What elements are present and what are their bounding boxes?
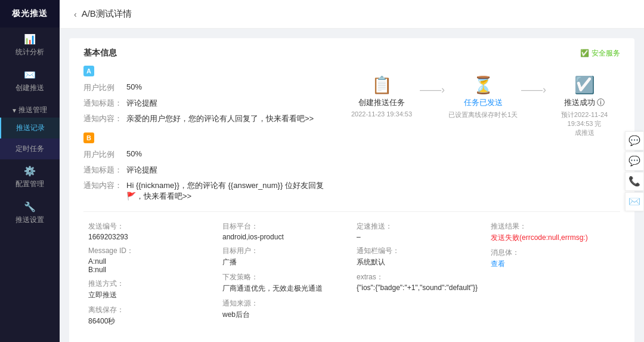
detail-col-1: 发送编号： 1669203293 Message ID： A:nullB:nul…	[83, 219, 218, 334]
step-2-label: 任务已发送	[464, 97, 503, 108]
back-icon: ‹	[74, 10, 77, 19]
strategy-field: 下发策略： 厂商通道优先，无效走极光通道	[222, 272, 347, 294]
speed-field: 定速推送： –	[357, 221, 481, 241]
timeline-step-1: 📋 创建推送任务 2022-11-23 19:34:53	[346, 75, 417, 118]
source-field: 通知来源： web后台	[222, 298, 347, 320]
step-3-desc: 预计2022-11-24 19:34:53 完成推送	[549, 110, 620, 137]
sidebar-item-config[interactable]: ⚙️ 配置管理	[0, 159, 60, 195]
detail-fields: 发送编号： 1669203293 Message ID： A:nullB:nul…	[83, 211, 620, 334]
timeline: 📋 创建推送任务 2022-11-23 19:34:53 ——› ⏳ 任务已发送…	[346, 70, 620, 197]
group-a-content-label: 通知内容：	[83, 113, 126, 124]
notify-id-field: 通知栏编号： 系统默认	[357, 246, 481, 267]
message-body-link[interactable]: 查看	[491, 259, 615, 269]
send-number-field: 发送编号： 1669203293	[88, 221, 213, 241]
sidebar-sub-item-records[interactable]: 推送记录	[0, 118, 60, 138]
group-b-title-label: 通知标题：	[83, 165, 126, 175]
group-b-content-value: Hi {{nickname}}，您的评论有 {{answer_num}} 位好友…	[126, 180, 332, 202]
ab-groups-area: A 用户比例 50% 通知标题： 评论提醒 通知内容： 亲爱的用户您好，您的评论…	[83, 66, 620, 204]
group-a: A 用户比例 50% 通知标题： 评论提醒 通知内容： 亲爱的用户您好，您的评论…	[83, 66, 332, 127]
message-id-value: A:nullB:null	[88, 257, 213, 274]
target-platform-value: android,ios-product	[222, 233, 347, 241]
create-icon: ✉️	[24, 69, 36, 81]
main-content: ‹ A/B测试详情 基本信息 ✅ 安全服务 A	[60, 0, 644, 342]
target-user-field: 目标用户： 广播	[222, 246, 347, 267]
notify-id-label: 通知栏编号：	[357, 246, 481, 256]
basic-info-card: 基本信息 ✅ 安全服务 A 用户比例 50%	[69, 38, 634, 342]
source-value: web后台	[222, 310, 347, 320]
group-a-title-row: 通知标题： 评论提醒	[83, 95, 332, 111]
create-task-icon: 📋	[371, 75, 392, 95]
target-user-value: 广播	[222, 257, 347, 267]
message-body-field: 消息体： 查看	[491, 248, 615, 269]
step-1-label: 创建推送任务	[358, 97, 405, 108]
float-btn-message[interactable]: 💬	[625, 152, 644, 171]
sidebar-item-push-manage-label: 推送管理	[18, 105, 47, 115]
sidebar-title: 极光推送	[0, 0, 60, 27]
push-method-value: 立即推送	[88, 290, 213, 300]
group-b-ratio-label: 用户比例	[83, 149, 126, 160]
stats-icon: 📊	[24, 33, 36, 45]
group-a-title-label: 通知标题：	[83, 98, 126, 109]
float-btn-email[interactable]: ✉️	[625, 192, 644, 211]
safe-service-badge: ✅ 安全服务	[580, 48, 620, 58]
push-result-value: 发送失败(errcode:null,errmsg:)	[491, 233, 615, 243]
group-a-content-value: 亲爱的用户您好，您的评论有人回复了，快来看看吧>>	[126, 113, 332, 124]
group-a-label: A	[83, 66, 94, 76]
push-manage-icon: ▾	[13, 106, 16, 115]
page-header: ‹ A/B测试详情	[60, 0, 644, 29]
offline-save-field: 离线保存： 86400秒	[88, 305, 213, 326]
config-icon: ⚙️	[24, 165, 36, 177]
sidebar-item-settings[interactable]: 🔧 推送设置	[0, 195, 60, 231]
message-id-field: Message ID： A:nullB:null	[88, 246, 213, 274]
back-button[interactable]: ‹	[74, 10, 77, 19]
page-title: A/B测试详情	[82, 8, 132, 20]
detail-col-2: 目标平台： android,ios-product 目标用户： 广播 下发策略：…	[218, 219, 352, 334]
step-2-desc: 已设置离线保存时长1天	[448, 110, 518, 119]
detail-col-4: 推送结果： 发送失败(errcode:null,errmsg:) 消息体： 查看	[486, 219, 620, 334]
target-platform-field: 目标平台： android,ios-product	[222, 221, 347, 241]
group-a-ratio-label: 用户比例	[83, 82, 126, 93]
basic-info-header: 基本信息 ✅ 安全服务	[83, 48, 620, 58]
group-a-title-value: 评论提醒	[126, 98, 332, 109]
offline-save-value: 86400秒	[88, 316, 213, 326]
target-platform-label: 目标平台：	[222, 221, 347, 232]
sidebar-sub-menu: 推送记录 定时任务	[0, 118, 60, 159]
group-b-content-label: 通知内容：	[83, 180, 126, 191]
group-b-ratio-row: 用户比例 50%	[83, 147, 332, 162]
sent-task-icon: ⏳	[473, 75, 494, 95]
float-btn-chat[interactable]: 💬	[625, 131, 644, 150]
sidebar-push-manage-section: ▾ 推送管理 推送记录 定时任务	[0, 99, 60, 159]
sidebar: 极光推送 📊 统计分析 ✉️ 创建推送 ▾ 推送管理 推送记录 定时任务 ⚙️ …	[0, 0, 60, 342]
sidebar-item-create[interactable]: ✉️ 创建推送	[0, 63, 60, 99]
extras-value: {"ios":{"badge":"+1","sound":"default"}}	[357, 284, 481, 292]
group-a-ratio-row: 用户比例 50%	[83, 80, 332, 95]
message-id-label: Message ID：	[88, 246, 213, 256]
float-buttons: 💬 💬 📞 ✉️	[625, 131, 644, 211]
extras-label: extras：	[357, 272, 481, 282]
success-icon: ☑️	[574, 75, 595, 95]
target-user-label: 目标用户：	[222, 246, 347, 256]
detail-col-3: 定速推送： – 通知栏编号： 系统默认 extras： {"ios":{"bad…	[352, 219, 486, 334]
offline-save-label: 离线保存：	[88, 305, 213, 315]
group-a-ratio-value: 50%	[126, 82, 332, 91]
sidebar-item-push-manage[interactable]: ▾ 推送管理	[0, 99, 60, 118]
push-method-field: 推送方式： 立即推送	[88, 279, 213, 300]
group-b-content-row: 通知内容： Hi {{nickname}}，您的评论有 {{answer_num…	[83, 178, 332, 204]
sidebar-item-create-label: 创建推送	[16, 83, 44, 93]
group-b: B 用户比例 50% 通知标题： 评论提醒 通知内容： Hi {{nicknam…	[83, 133, 332, 204]
step-1-date: 2022-11-23 19:34:53	[351, 110, 412, 118]
notify-id-value: 系统默认	[357, 257, 481, 267]
shield-icon: ✅	[580, 49, 589, 57]
timeline-step-2: ⏳ 任务已发送 已设置离线保存时长1天	[447, 75, 519, 119]
source-label: 通知来源：	[222, 298, 347, 309]
strategy-label: 下发策略：	[222, 272, 347, 282]
group-b-title-value: 评论提醒	[126, 165, 332, 175]
sidebar-sub-item-scheduled[interactable]: 定时任务	[0, 138, 60, 159]
send-number-value: 1669203293	[88, 233, 213, 241]
push-method-label: 推送方式：	[88, 279, 213, 289]
timeline-step-3: ☑️ 推送成功 ⓘ 预计2022-11-24 19:34:53 完成推送	[549, 75, 620, 137]
speed-value: –	[357, 233, 481, 241]
sidebar-item-stats[interactable]: 📊 统计分析	[0, 27, 60, 63]
sidebar-item-stats-label: 统计分析	[16, 47, 44, 57]
float-btn-phone[interactable]: 📞	[625, 172, 644, 191]
